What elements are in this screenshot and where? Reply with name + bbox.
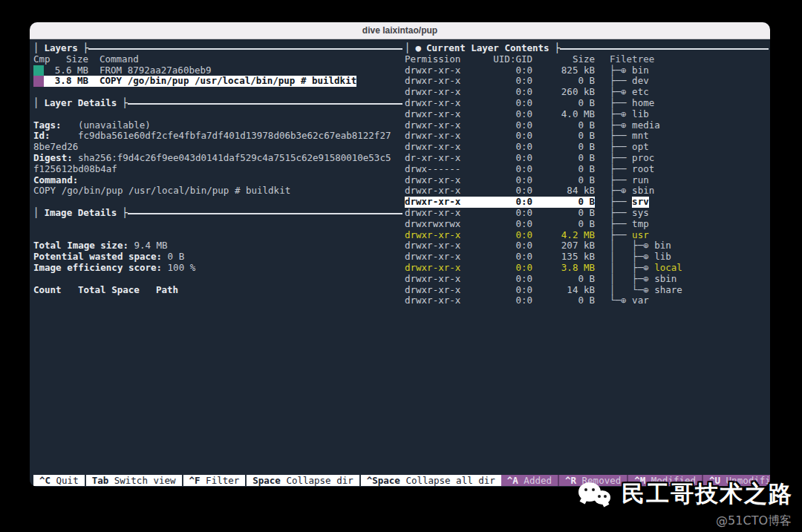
file-row[interactable]: drwxr-xr-x 0:0 3.8 MB │ ├─⊕ local — [405, 263, 769, 274]
file-row[interactable]: drwxr-xr-x 0:0 135 kB │ ├─⊕ lib — [405, 252, 769, 263]
file-row[interactable]: drwxr-xr-x 0:0 0 B ├── srv — [405, 197, 769, 208]
file-row[interactable]: drwxr-xr-x 0:0 0 B ├── sys — [405, 208, 769, 219]
file-size: 4.2 MB — [532, 230, 595, 241]
column-header-command: Command — [100, 54, 139, 65]
shortcut-key: ^A — [507, 475, 518, 486]
file-name: tmp — [632, 219, 649, 230]
file-size: 84 kB — [532, 185, 595, 197]
digest-value: sha256:f9d4c26f9ee043d0141daf529c4a7515c… — [78, 153, 391, 164]
file-uid-gid: 0:0 — [461, 219, 532, 230]
file-row[interactable]: drwxr-xr-x 0:0 0 B ├─⊕ media — [405, 120, 769, 131]
file-uid-gid: 0:0 — [461, 65, 532, 76]
layers-column-headers: Cmp Size Command — [33, 54, 402, 65]
file-row[interactable]: drwxr-xr-x 0:0 4.2 MB ├── usr — [405, 230, 769, 241]
column-header-cmp: Cmp — [33, 54, 44, 65]
watermark-text: 民工哥技术之路 — [622, 479, 793, 510]
file-uid-gid: 0:0 — [461, 109, 532, 120]
shortcut-item[interactable]: ^CQuit — [33, 475, 85, 486]
file-permission: drwxr-xr-x — [405, 230, 461, 241]
file-size: 135 kB — [532, 252, 595, 263]
file-permission: drwxr-xr-x — [405, 76, 461, 87]
image-stat-value: 0 B — [168, 252, 185, 263]
file-name: lib — [632, 109, 649, 120]
file-row[interactable]: drwxr-xr-x 0:0 0 B ├── mnt — [405, 131, 769, 142]
layer-row[interactable]: 3.8 MBCOPY /go/bin/pup /usr/local/bin/pu… — [33, 76, 402, 87]
tree-branch-glyph: ├─⊕ — [610, 120, 632, 131]
file-row[interactable]: drwxr-xr-x 0:0 14 kB │ └─⊕ share — [405, 285, 769, 296]
watermark-subtext: @51CTO博客 — [577, 513, 793, 529]
shortcut-label: Filter — [206, 475, 239, 486]
file-row[interactable]: drwxr-xr-x 0:0 260 kB ├─⊕ etc — [405, 87, 769, 98]
file-row[interactable]: drwxr-xr-x 0:0 0 B ├── opt — [405, 142, 769, 153]
file-name: local — [654, 263, 682, 274]
panel-border-glyph: │ — [33, 43, 39, 54]
traffic-light-button[interactable] — [53, 26, 62, 35]
tree-branch-glyph: ├── — [610, 153, 632, 164]
file-row[interactable]: drwx------ 0:0 0 B ├── root — [405, 164, 769, 175]
file-name: root — [632, 164, 654, 175]
file-row[interactable]: drwxr-xr-x 0:0 4.0 MB ├─⊕ lib — [405, 109, 769, 120]
tree-branch-glyph: ├── — [610, 76, 632, 87]
file-name: var — [632, 295, 649, 306]
traffic-light-button[interactable] — [68, 26, 77, 35]
tree-branch-glyph: ├── — [610, 98, 632, 109]
file-uid-gid: 0:0 — [461, 197, 532, 208]
window-title: dive laixintao/pup — [362, 25, 437, 36]
file-row[interactable]: drwxr-xr-x 0:0 825 kB ├─⊕ bin — [405, 65, 769, 76]
id-line: Id: fc9dba561e60df2cfe4fbfa7df401d13978d… — [33, 131, 402, 142]
blank-line — [33, 274, 402, 285]
file-size: 0 B — [532, 274, 595, 285]
file-name: usr — [632, 230, 649, 241]
file-row[interactable]: drwxr-xr-x 0:0 0 B └─⊕ var — [405, 295, 769, 306]
tree-branch-glyph: ├── — [610, 175, 632, 186]
shortcut-item[interactable]: SpaceCollapse dir — [245, 475, 359, 486]
layer-contents-title: Current Layer Contents — [426, 43, 550, 54]
file-size: 0 B — [532, 175, 595, 186]
tree-branch-glyph: └─⊕ — [610, 295, 632, 306]
traffic-light-button[interactable] — [39, 26, 48, 35]
file-row[interactable]: drwxr-xr-x 0:0 0 B ├── home — [405, 98, 769, 109]
layer-details-title: Layer Details — [45, 98, 117, 109]
file-row[interactable]: drwxr-xr-x 0:0 0 B ├── dev — [405, 76, 769, 87]
active-panel-bullet-icon: ● — [416, 43, 422, 54]
file-row[interactable]: drwxr-xr-x 0:0 207 kB │ ├─⊕ bin — [405, 240, 769, 252]
file-row[interactable]: drwxrwxrwx 0:0 0 B ├── tmp — [405, 219, 769, 230]
file-permission: drwxr-xr-x — [405, 87, 461, 98]
file-permission: drwxr-xr-x — [405, 120, 461, 131]
shortcut-key: ^Space — [367, 475, 400, 486]
window-titlebar[interactable]: dive laixintao/pup — [30, 22, 770, 39]
id-line-wrap: 8be7ed26 — [33, 142, 402, 153]
panel-border-line — [128, 103, 402, 105]
layer-size: 3.8 MB — [44, 76, 88, 87]
file-row[interactable]: drwxr-xr-x 0:0 84 kB ├─⊕ sbin — [405, 185, 769, 197]
file-row[interactable]: drwxr-xr-x 0:0 0 B ├── run — [405, 175, 769, 186]
file-size: 4.0 MB — [532, 109, 595, 120]
file-permission: drwxr-xr-x — [405, 274, 461, 285]
file-permission: drwxr-xr-x — [405, 109, 461, 120]
panel-border-glyph: │ — [33, 208, 39, 219]
shortcut-item[interactable]: ^FFilter — [182, 475, 246, 486]
wasted-space-table-header: Count Total Space Path — [33, 285, 402, 296]
file-permission: drwxr-xr-x — [405, 175, 461, 186]
file-size: 0 B — [532, 219, 595, 230]
layer-row[interactable]: 5.6 MBFROM 8792aa27a60beb9 — [33, 65, 402, 76]
file-size: 14 kB — [532, 285, 595, 296]
shortcut-item[interactable]: ^AAdded — [501, 475, 558, 486]
shortcut-item[interactable]: TabSwitch view — [85, 475, 182, 486]
image-stats: Total Image size: 9.4 MB Potential waste… — [33, 240, 402, 273]
image-stat-value: 100 % — [168, 263, 196, 274]
shortcut-item[interactable]: ^SpaceCollapse all dir — [359, 475, 501, 486]
file-size: 0 B — [532, 142, 595, 153]
file-permission: dr-xr-xr-x — [405, 153, 461, 164]
tree-branch-glyph: ├── — [610, 164, 632, 175]
file-row[interactable]: drwxr-xr-x 0:0 0 B │ ├─⊕ sbin — [405, 274, 769, 285]
shortcut-key: ^C — [39, 475, 50, 486]
file-row[interactable]: dr-xr-xr-x 0:0 0 B ├── proc — [405, 153, 769, 164]
wechat-icon — [577, 476, 613, 512]
file-permission: drwxr-xr-x — [405, 208, 461, 219]
file-size: 0 B — [532, 197, 595, 208]
shortcut-label: Quit — [56, 475, 79, 486]
panel-border-glyph: │ — [33, 98, 39, 109]
column-header-filetree: Filetree — [610, 54, 654, 65]
file-uid-gid: 0:0 — [461, 185, 532, 197]
